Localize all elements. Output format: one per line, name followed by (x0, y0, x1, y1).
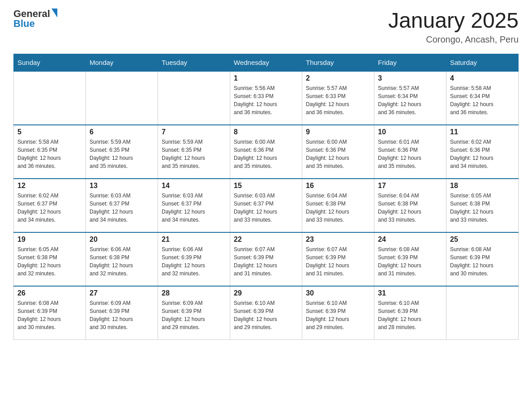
week-row-3: 12Sunrise: 6:02 AMSunset: 6:37 PMDayligh… (14, 179, 519, 232)
day-number: 28 (162, 289, 226, 297)
calendar-cell: 29Sunrise: 6:10 AMSunset: 6:39 PMDayligh… (230, 286, 302, 340)
calendar-cell: 13Sunrise: 6:03 AMSunset: 6:37 PMDayligh… (86, 179, 158, 232)
calendar-cell: 7Sunrise: 5:59 AMSunset: 6:35 PMDaylight… (158, 125, 230, 179)
calendar-cell: 5Sunrise: 5:58 AMSunset: 6:35 PMDaylight… (14, 125, 86, 179)
calendar-cell: 9Sunrise: 6:00 AMSunset: 6:36 PMDaylight… (302, 125, 374, 179)
calendar-cell (446, 286, 519, 340)
day-info: Sunrise: 6:09 AMSunset: 6:39 PMDaylight:… (90, 299, 154, 331)
page-header: General Blue January 2025 Corongo, Ancas… (13, 9, 519, 45)
day-info: Sunrise: 6:00 AMSunset: 6:36 PMDaylight:… (234, 138, 298, 170)
day-info: Sunrise: 6:10 AMSunset: 6:39 PMDaylight:… (378, 299, 442, 331)
day-number: 10 (378, 128, 442, 136)
day-number: 15 (234, 182, 298, 190)
day-number: 24 (378, 235, 442, 244)
day-number: 21 (162, 235, 226, 244)
day-number: 8 (234, 128, 298, 136)
calendar-cell: 3Sunrise: 5:57 AMSunset: 6:34 PMDaylight… (374, 71, 446, 125)
calendar-cell: 14Sunrise: 6:03 AMSunset: 6:37 PMDayligh… (158, 179, 230, 232)
day-number: 25 (450, 235, 515, 244)
calendar-cell: 10Sunrise: 6:01 AMSunset: 6:36 PMDayligh… (374, 125, 446, 179)
day-info: Sunrise: 6:03 AMSunset: 6:37 PMDaylight:… (234, 192, 298, 224)
calendar-cell: 31Sunrise: 6:10 AMSunset: 6:39 PMDayligh… (374, 286, 446, 340)
calendar-cell: 20Sunrise: 6:06 AMSunset: 6:38 PMDayligh… (86, 232, 158, 286)
week-row-4: 19Sunrise: 6:05 AMSunset: 6:38 PMDayligh… (14, 232, 519, 286)
calendar-cell: 28Sunrise: 6:09 AMSunset: 6:39 PMDayligh… (158, 286, 230, 340)
day-number: 12 (17, 182, 82, 190)
day-info: Sunrise: 6:10 AMSunset: 6:39 PMDaylight:… (306, 299, 370, 331)
day-info: Sunrise: 6:08 AMSunset: 6:39 PMDaylight:… (378, 245, 442, 278)
day-info: Sunrise: 6:06 AMSunset: 6:38 PMDaylight:… (90, 245, 154, 278)
calendar-cell: 21Sunrise: 6:06 AMSunset: 6:39 PMDayligh… (158, 232, 230, 286)
calendar-cell: 1Sunrise: 5:56 AMSunset: 6:33 PMDaylight… (230, 71, 302, 125)
calendar-title: January 2025 (388, 9, 519, 33)
day-number: 6 (90, 128, 154, 136)
day-number: 11 (450, 128, 515, 136)
calendar-cell: 22Sunrise: 6:07 AMSunset: 6:39 PMDayligh… (230, 232, 302, 286)
day-number: 26 (17, 289, 82, 297)
day-info: Sunrise: 6:05 AMSunset: 6:38 PMDaylight:… (450, 192, 515, 224)
day-number: 16 (306, 182, 370, 190)
calendar-cell: 27Sunrise: 6:09 AMSunset: 6:39 PMDayligh… (86, 286, 158, 340)
week-row-5: 26Sunrise: 6:08 AMSunset: 6:39 PMDayligh… (14, 286, 519, 340)
header-cell-monday: Monday (86, 54, 158, 71)
week-row-1: 1Sunrise: 5:56 AMSunset: 6:33 PMDaylight… (14, 71, 519, 125)
day-info: Sunrise: 6:01 AMSunset: 6:36 PMDaylight:… (378, 138, 442, 170)
week-row-2: 5Sunrise: 5:58 AMSunset: 6:35 PMDaylight… (14, 125, 519, 179)
day-info: Sunrise: 5:59 AMSunset: 6:35 PMDaylight:… (90, 138, 154, 170)
calendar-cell: 12Sunrise: 6:02 AMSunset: 6:37 PMDayligh… (14, 179, 86, 232)
day-number: 29 (234, 289, 298, 297)
day-info: Sunrise: 6:03 AMSunset: 6:37 PMDaylight:… (162, 192, 226, 224)
calendar-cell: 19Sunrise: 6:05 AMSunset: 6:38 PMDayligh… (14, 232, 86, 286)
calendar-cell (158, 71, 230, 125)
day-number: 30 (306, 289, 370, 297)
header-cell-saturday: Saturday (446, 54, 519, 71)
header-cell-wednesday: Wednesday (230, 54, 302, 71)
day-info: Sunrise: 6:06 AMSunset: 6:39 PMDaylight:… (162, 245, 226, 278)
header-cell-friday: Friday (374, 54, 446, 71)
calendar-cell: 16Sunrise: 6:04 AMSunset: 6:38 PMDayligh… (302, 179, 374, 232)
day-info: Sunrise: 6:04 AMSunset: 6:38 PMDaylight:… (378, 192, 442, 224)
day-info: Sunrise: 6:10 AMSunset: 6:39 PMDaylight:… (234, 299, 298, 331)
day-number: 9 (306, 128, 370, 136)
calendar-cell: 23Sunrise: 6:07 AMSunset: 6:39 PMDayligh… (302, 232, 374, 286)
day-info: Sunrise: 6:04 AMSunset: 6:38 PMDaylight:… (306, 192, 370, 224)
calendar-cell: 24Sunrise: 6:08 AMSunset: 6:39 PMDayligh… (374, 232, 446, 286)
calendar-cell: 4Sunrise: 5:58 AMSunset: 6:34 PMDaylight… (446, 71, 519, 125)
day-info: Sunrise: 5:57 AMSunset: 6:33 PMDaylight:… (306, 84, 370, 116)
day-number: 23 (306, 235, 370, 244)
title-section: January 2025 Corongo, Ancash, Peru (388, 9, 519, 45)
day-info: Sunrise: 6:02 AMSunset: 6:36 PMDaylight:… (450, 138, 515, 170)
header-cell-tuesday: Tuesday (158, 54, 230, 71)
day-number: 22 (234, 235, 298, 244)
calendar-cell: 30Sunrise: 6:10 AMSunset: 6:39 PMDayligh… (302, 286, 374, 340)
day-info: Sunrise: 5:57 AMSunset: 6:34 PMDaylight:… (378, 84, 442, 116)
calendar-cell: 8Sunrise: 6:00 AMSunset: 6:36 PMDaylight… (230, 125, 302, 179)
header-cell-thursday: Thursday (302, 54, 374, 71)
day-number: 4 (450, 74, 515, 82)
day-number: 20 (90, 235, 154, 244)
day-info: Sunrise: 6:00 AMSunset: 6:36 PMDaylight:… (306, 138, 370, 170)
day-info: Sunrise: 5:58 AMSunset: 6:34 PMDaylight:… (450, 84, 515, 116)
day-info: Sunrise: 6:08 AMSunset: 6:39 PMDaylight:… (450, 245, 515, 278)
day-info: Sunrise: 5:59 AMSunset: 6:35 PMDaylight:… (162, 138, 226, 170)
day-number: 3 (378, 74, 442, 82)
day-number: 5 (17, 128, 82, 136)
calendar-cell (86, 71, 158, 125)
calendar-cell: 2Sunrise: 5:57 AMSunset: 6:33 PMDaylight… (302, 71, 374, 125)
calendar-subtitle: Corongo, Ancash, Peru (388, 34, 519, 45)
day-number: 7 (162, 128, 226, 136)
day-number: 27 (90, 289, 154, 297)
day-info: Sunrise: 5:58 AMSunset: 6:35 PMDaylight:… (17, 138, 82, 170)
header-cell-sunday: Sunday (14, 54, 86, 71)
calendar-cell: 11Sunrise: 6:02 AMSunset: 6:36 PMDayligh… (446, 125, 519, 179)
logo-arrow-icon (51, 9, 57, 17)
day-number: 19 (17, 235, 82, 244)
day-info: Sunrise: 6:07 AMSunset: 6:39 PMDaylight:… (234, 245, 298, 278)
calendar-cell (14, 71, 86, 125)
calendar-cell: 15Sunrise: 6:03 AMSunset: 6:37 PMDayligh… (230, 179, 302, 232)
day-number: 14 (162, 182, 226, 190)
day-number: 31 (378, 289, 442, 297)
day-info: Sunrise: 6:05 AMSunset: 6:38 PMDaylight:… (17, 245, 82, 278)
day-info: Sunrise: 6:03 AMSunset: 6:37 PMDaylight:… (90, 192, 154, 224)
day-info: Sunrise: 6:08 AMSunset: 6:39 PMDaylight:… (17, 299, 82, 331)
